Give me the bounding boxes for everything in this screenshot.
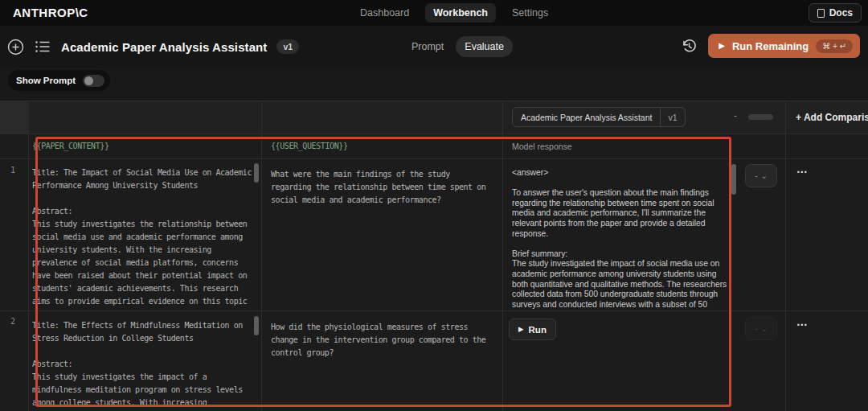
row-more-menu[interactable]: ⋯ [796, 320, 809, 328]
docs-icon [817, 9, 825, 18]
column-user-question: {{USER_QUESTION}} [271, 142, 348, 150]
anthropic-logo[interactable]: ANTHROP\C [13, 6, 88, 19]
column-paper-content: {{PAPER_CONTENT}} [32, 142, 109, 150]
run-remaining-button[interactable]: ▶ Run Remaining ⌘ + ↵ [708, 34, 860, 58]
grid-hline [0, 158, 868, 159]
table-header-row [0, 101, 868, 134]
run-row-button[interactable]: ▶ Run [509, 319, 556, 340]
show-prompt-control[interactable]: Show Prompt [8, 70, 110, 91]
docs-button[interactable]: Docs [809, 3, 862, 23]
play-icon: ▶ [719, 42, 725, 50]
docs-label: Docs [829, 7, 853, 18]
toggle-knob [84, 76, 93, 85]
row-number: 2 [10, 317, 15, 326]
tab-evaluate[interactable]: Evaluate [456, 36, 513, 57]
model-response-cell[interactable]: <answer> To answer the user's question a… [512, 168, 729, 310]
row-number: 1 [10, 166, 15, 175]
response-model-chip[interactable]: Academic Paper Analysis Assistant v1 [512, 107, 686, 127]
nav-item-dashboard[interactable]: Dashboard [352, 3, 417, 23]
add-comparison-button[interactable]: + Add Comparison [796, 101, 868, 134]
chevron-down-icon: ⌄ [760, 324, 767, 333]
mode-tabs: Prompt Evaluate [403, 36, 513, 57]
cell-scrollbar[interactable] [731, 164, 736, 195]
user-question-cell[interactable]: How did the physiological measures of st… [271, 321, 490, 411]
cell-scrollbar[interactable] [254, 163, 259, 183]
version-badge[interactable]: v1 [276, 39, 299, 54]
nav-links: Dashboard Workbench Settings [352, 2, 556, 23]
column-model-response: Model response [512, 142, 572, 151]
grid-vline [785, 101, 786, 411]
run-row-label: Run [529, 325, 547, 335]
show-prompt-label: Show Prompt [16, 76, 76, 85]
grid-vline [261, 101, 262, 411]
score-dropdown[interactable]: - ⌄ [745, 164, 777, 187]
top-nav-bar: ANTHROP\C Dashboard Workbench Settings D… [0, 0, 868, 26]
run-shortcut-badge: ⌘ + ↵ [816, 39, 853, 53]
header-score-pill[interactable] [748, 114, 773, 120]
evaluation-table: Academic Paper Analysis Assistant v1 - +… [0, 101, 868, 411]
grid-vline [28, 101, 29, 411]
show-prompt-toggle[interactable] [83, 75, 104, 87]
response-model-version: v1 [660, 108, 684, 126]
prompt-list-icon[interactable] [34, 38, 51, 55]
play-icon: ▶ [518, 326, 524, 333]
grid-vline [502, 101, 503, 411]
response-model-name: Academic Paper Analysis Assistant [513, 113, 660, 122]
run-remaining-label: Run Remaining [732, 40, 809, 52]
score-value: - [755, 324, 757, 333]
paper-content-cell[interactable]: Title: The Effects of Mindfulness Medita… [32, 319, 254, 411]
grid-hline [0, 310, 868, 311]
user-question-cell[interactable]: What were the main findings of the study… [271, 168, 490, 265]
row-more-menu[interactable]: ⋯ [796, 167, 809, 175]
header-score-dash: - [734, 110, 737, 121]
table-header-gutter [0, 101, 28, 134]
score-value: - [755, 171, 757, 180]
score-dropdown-disabled: - ⌄ [745, 317, 777, 340]
nav-item-settings[interactable]: Settings [504, 3, 556, 23]
chevron-down-icon: ⌄ [760, 171, 767, 180]
prompt-title[interactable]: Academic Paper Analysis Assistant [61, 40, 267, 54]
paper-content-cell[interactable]: Title: The Impact of Social Media Use on… [32, 166, 254, 310]
nav-item-workbench[interactable]: Workbench [425, 3, 496, 23]
history-icon[interactable] [680, 37, 698, 55]
tab-prompt[interactable]: Prompt [403, 36, 452, 57]
cell-scrollbar[interactable] [254, 316, 259, 335]
new-prompt-icon[interactable] [6, 38, 24, 55]
grid-hline [0, 134, 868, 134]
